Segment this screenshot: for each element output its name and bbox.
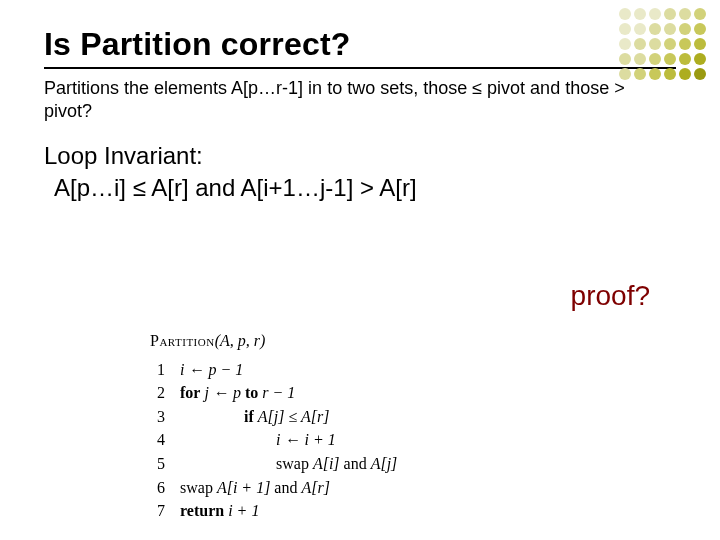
decorative-dot (679, 23, 691, 35)
line-number: 4 (150, 428, 179, 452)
decorative-dot (694, 68, 706, 80)
pseudocode-line: 4 i ← i + 1 (150, 428, 398, 452)
line-code: i ← p − 1 (179, 358, 398, 382)
decorative-dot (649, 68, 661, 80)
pseudocode-line: 6swap A[i + 1] and A[r] (150, 476, 398, 500)
decorative-dot (619, 68, 631, 80)
title-underline (44, 67, 676, 69)
decorative-dot (634, 68, 646, 80)
decorative-dot (619, 53, 631, 65)
decorative-dot (634, 23, 646, 35)
decorative-dot (679, 8, 691, 20)
loop-invariant-expression: A[p…i] ≤ A[r] and A[i+1…j-1] > A[r] (54, 174, 676, 202)
pseudocode-line: 5 swap A[i] and A[j] (150, 452, 398, 476)
decorative-dot (694, 38, 706, 50)
decorative-dot (664, 68, 676, 80)
pseudocode-line: 2for j ← p to r − 1 (150, 381, 398, 405)
decorative-dot (679, 38, 691, 50)
algorithm-args: (A, p, r) (215, 332, 266, 349)
line-code: return i + 1 (179, 499, 398, 523)
line-code: if A[j] ≤ A[r] (179, 405, 398, 429)
line-code: swap A[i + 1] and A[r] (179, 476, 398, 500)
decorative-dot (664, 38, 676, 50)
pseudocode-line: 1i ← p − 1 (150, 358, 398, 382)
decorative-dot (619, 38, 631, 50)
line-code: for j ← p to r − 1 (179, 381, 398, 405)
decorative-dot (694, 53, 706, 65)
pseudocode-header: Partition(A, p, r) (150, 330, 398, 352)
decorative-dot (664, 23, 676, 35)
decorative-dot-grid (619, 8, 706, 80)
loop-invariant-heading: Loop Invariant: (44, 142, 676, 170)
line-number: 5 (150, 452, 179, 476)
decorative-dot (634, 38, 646, 50)
decorative-dot (649, 38, 661, 50)
pseudocode-line: 7return i + 1 (150, 499, 398, 523)
line-number: 7 (150, 499, 179, 523)
decorative-dot (664, 8, 676, 20)
pseudocode-line: 3 if A[j] ≤ A[r] (150, 405, 398, 429)
decorative-dot (634, 8, 646, 20)
decorative-dot (619, 23, 631, 35)
slide-title: Is Partition correct? (44, 26, 676, 63)
decorative-dot (694, 23, 706, 35)
decorative-dot (649, 23, 661, 35)
line-number: 3 (150, 405, 179, 429)
decorative-dot (664, 53, 676, 65)
decorative-dot (619, 8, 631, 20)
decorative-dot (649, 8, 661, 20)
line-number: 1 (150, 358, 179, 382)
line-code: swap A[i] and A[j] (179, 452, 398, 476)
decorative-dot (649, 53, 661, 65)
line-number: 6 (150, 476, 179, 500)
line-number: 2 (150, 381, 179, 405)
decorative-dot (679, 53, 691, 65)
decorative-dot (679, 68, 691, 80)
decorative-dot (694, 8, 706, 20)
decorative-dot (634, 53, 646, 65)
pseudocode-block: Partition(A, p, r) 1i ← p − 12for j ← p … (150, 330, 398, 523)
proof-callout: proof? (571, 280, 650, 312)
slide: Is Partition correct? Partitions the ele… (0, 0, 720, 540)
pseudocode-lines: 1i ← p − 12for j ← p to r − 13 if A[j] ≤… (150, 358, 398, 523)
algorithm-name: Partition (150, 332, 215, 349)
line-code: i ← i + 1 (179, 428, 398, 452)
slide-subtext: Partitions the elements A[p…r-1] in to t… (44, 77, 676, 122)
